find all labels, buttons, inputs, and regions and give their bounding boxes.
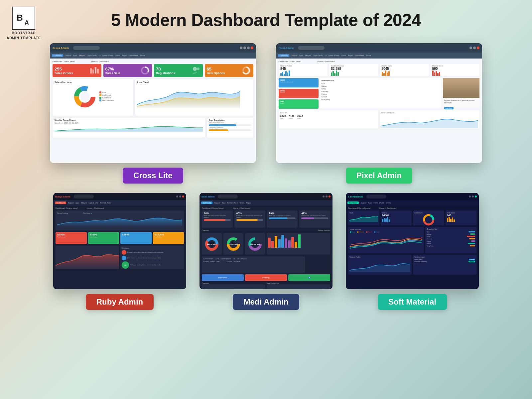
svg-text:49% of MED: 49% of MED xyxy=(207,243,217,245)
screenshot-medi-admin: Medi Admin Dashboard Support Apps Forms … xyxy=(200,193,332,289)
template-card-ruby-admin: RubyX Admin Dashboard Support Apps Widge… xyxy=(53,193,186,310)
svg-text:B: B xyxy=(17,13,23,23)
badge-ruby-admin: Ruby Admin xyxy=(86,294,154,310)
svg-text:A: A xyxy=(25,19,29,26)
screenshot-cross-lite: Cross Admin Dashboard Support Apps Widge… xyxy=(50,43,256,163)
svg-rect-2 xyxy=(90,68,92,73)
svg-text:61% virused: 61% virused xyxy=(250,243,260,245)
template-card-pixel-admin: Pixel Admin Dashboard Support Apps Widge… xyxy=(276,43,482,184)
template-card-soft-material: S softMaterial Dashboard Support Apps Fo… xyxy=(346,193,479,310)
badge-soft-material: Soft Material xyxy=(378,294,447,310)
screenshot-ruby-admin: RubyX Admin Dashboard Support Apps Widge… xyxy=(53,193,186,289)
logo-area: B A BOOTSTRAP ADMIN TEMPLATE xyxy=(7,7,41,40)
logo-subtitle: BOOTSTRAP xyxy=(12,31,36,35)
svg-rect-5 xyxy=(97,69,99,73)
screenshot-soft-material: S softMaterial Dashboard Support Apps Fo… xyxy=(346,193,479,289)
screenshot-pixel-admin: Pixel Admin Dashboard Support Apps Widge… xyxy=(276,43,482,163)
badge-cross-lite: Cross Lite xyxy=(123,168,183,184)
svg-rect-4 xyxy=(95,67,96,73)
logo-box: B A xyxy=(12,7,35,30)
template-card-cross-lite: Cross Admin Dashboard Support Apps Widge… xyxy=(50,43,256,184)
badge-medi-admin: Medi Admin xyxy=(233,294,299,310)
page-title: 5 Modern Dashboard Template of 2024 xyxy=(0,0,532,30)
template-card-medi-admin: Medi Admin Dashboard Support Apps Forms … xyxy=(200,193,332,310)
svg-text:48% of MED: 48% of MED xyxy=(229,243,238,245)
svg-point-7 xyxy=(193,67,197,71)
logo-subtitle2: ADMIN TEMPLATE xyxy=(7,36,41,40)
svg-point-8 xyxy=(197,67,200,70)
badge-pixel-admin: Pixel Admin xyxy=(346,168,412,184)
svg-rect-3 xyxy=(92,69,94,73)
svg-point-14 xyxy=(80,92,89,101)
